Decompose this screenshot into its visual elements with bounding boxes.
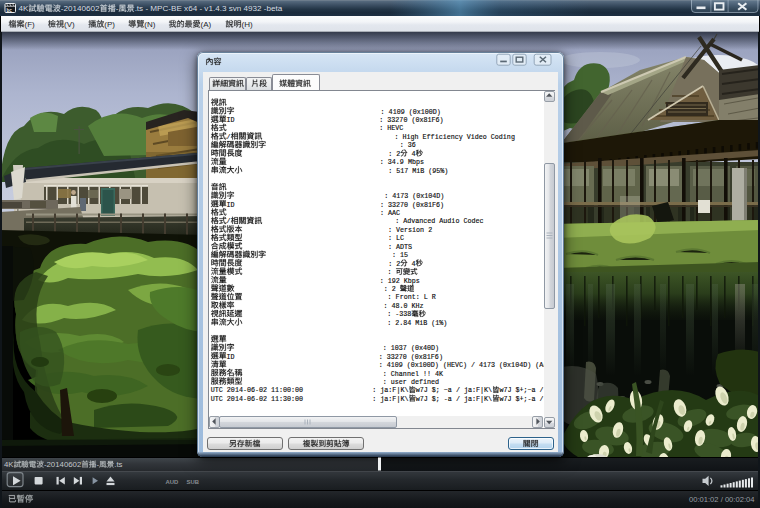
svg-text:: 33270 (0x81F6): : 33270 (0x81F6) xyxy=(379,353,443,361)
svg-text:00:01:02 / 00:02:04: 00:01:02 / 00:02:04 xyxy=(689,495,754,504)
svg-text:AUD: AUD xyxy=(166,479,179,485)
svg-text:4K: 4K xyxy=(19,4,30,13)
svg-text:: ja:F|K\: : ja:F|K\ xyxy=(372,386,408,394)
svg-text:4K: 4K xyxy=(4,460,14,469)
svg-text:: 2: : 2 xyxy=(388,260,400,268)
svg-text:: 4109 (0x100D) (HEVC) / 4173: : 4109 (0x100D) (HEVC) / 4173 (0x104D) (… xyxy=(379,361,549,369)
svg-text:: 48.0 KHz: : 48.0 KHz xyxy=(383,302,423,310)
svg-text:: 4173 (0x104D): : 4173 (0x104D) xyxy=(384,192,444,200)
svg-text:: 15: : 15 xyxy=(392,251,408,259)
svg-text:: 36: : 36 xyxy=(400,141,416,149)
svg-text:: Front: L R: : Front: L R xyxy=(388,293,436,301)
svg-text:: 1037 (0x40D): : 1037 (0x40D) xyxy=(383,344,439,352)
svg-text:: ADTS: : ADTS xyxy=(388,243,412,251)
svg-text:: user defined: : user defined xyxy=(383,378,439,386)
svg-text:4: 4 xyxy=(408,260,416,268)
svg-text:ID: ID xyxy=(227,201,235,209)
svg-text:w7J $; ~a / ja:F|K\: w7J $; ~a / ja:F|K\ xyxy=(416,386,492,394)
svg-text:: HEVC: : HEVC xyxy=(379,124,403,132)
svg-text:ID: ID xyxy=(227,116,235,124)
svg-text:: Channel !! 4K: : Channel !! 4K xyxy=(383,370,443,378)
svg-text:: High Efficiency Video Coding: : High Efficiency Video Coding xyxy=(395,133,515,141)
svg-text:w7J $; -a / ja:F|K\: w7J $; -a / ja:F|K\ xyxy=(416,395,492,403)
svg-text:-20140602: -20140602 xyxy=(61,4,100,13)
svg-text:: 2: : 2 xyxy=(384,285,400,293)
svg-text:: -338: : -338 xyxy=(387,310,411,318)
svg-text:: 33270 (0x81F6): : 33270 (0x81F6) xyxy=(380,201,444,209)
svg-text:: 192 Kbps: : 192 Kbps xyxy=(380,277,420,285)
svg-text:: LC: : LC xyxy=(388,234,404,242)
svg-text:/: / xyxy=(227,133,231,141)
svg-text:-: - xyxy=(96,460,99,469)
svg-text:(V): (V) xyxy=(64,20,75,29)
svg-text:ID: ID xyxy=(227,353,235,361)
svg-text:: 33270 (0x81F6): : 33270 (0x81F6) xyxy=(379,116,443,124)
svg-text:UTC 2014-06-02 11:30:00: UTC 2014-06-02 11:30:00 xyxy=(211,395,303,403)
svg-text:: 517 MiB (95%): : 517 MiB (95%) xyxy=(388,167,448,175)
svg-text:: 2.84 MiB (1%): : 2.84 MiB (1%) xyxy=(387,319,447,327)
svg-text:: 4109 (0x100D): : 4109 (0x100D) xyxy=(381,108,441,116)
svg-text:(P): (P) xyxy=(104,20,115,29)
svg-text:w7J $+;-a /: w7J $+;-a / xyxy=(499,395,543,403)
svg-text:(F): (F) xyxy=(25,20,36,29)
svg-text:.ts - MPC-BE x64 - v1.4.3 svn: .ts - MPC-BE x64 - v1.4.3 svn 4932 -beta xyxy=(135,4,283,13)
svg-text:UTC 2014-06-02 11:00:00: UTC 2014-06-02 11:00:00 xyxy=(211,386,303,394)
svg-text:bc: bc xyxy=(7,8,13,13)
svg-text:w7J $+;~a /: w7J $+;~a / xyxy=(499,386,543,394)
svg-text:(H): (H) xyxy=(242,20,253,29)
svg-text::: : xyxy=(388,268,396,276)
svg-text:.ts: .ts xyxy=(114,460,122,469)
svg-text:: 34.9 Mbps: : 34.9 Mbps xyxy=(380,158,424,166)
svg-text:/: / xyxy=(227,217,231,225)
svg-text:: Version 2: : Version 2 xyxy=(388,226,432,234)
svg-text:: ja:F|K\: : ja:F|K\ xyxy=(372,395,408,403)
svg-text:(A): (A) xyxy=(201,20,212,29)
svg-text:: AAC: : AAC xyxy=(380,209,400,217)
svg-text:(N): (N) xyxy=(144,20,155,29)
svg-text:-: - xyxy=(116,4,119,13)
svg-text:SUB: SUB xyxy=(187,479,199,485)
svg-text:4: 4 xyxy=(408,150,416,158)
svg-text:-20140602: -20140602 xyxy=(44,460,81,469)
svg-text:: 2: : 2 xyxy=(388,150,400,158)
svg-text:: Advanced Audio Codec: : Advanced Audio Codec xyxy=(395,217,483,225)
